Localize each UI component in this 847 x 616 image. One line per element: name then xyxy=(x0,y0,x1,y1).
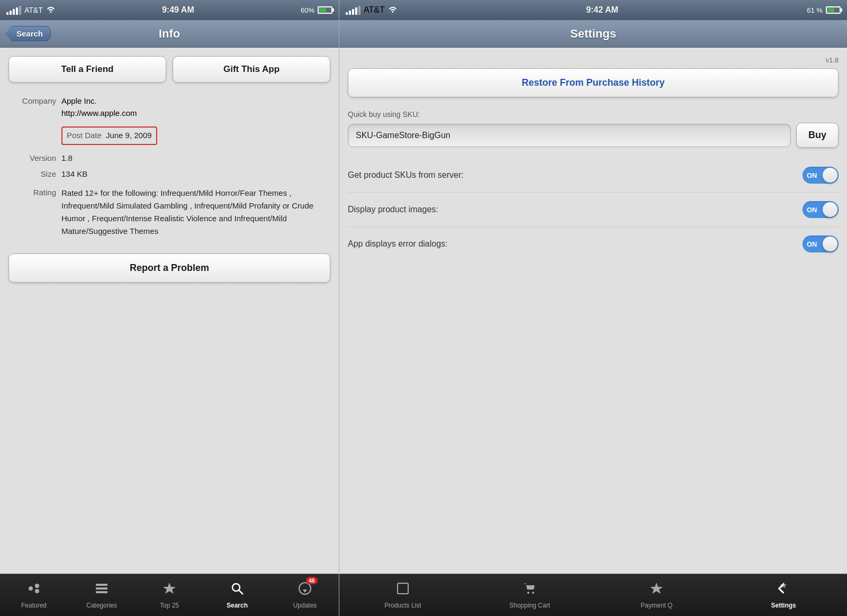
sku-input-row: Buy xyxy=(348,123,839,148)
updates-icon xyxy=(298,583,312,599)
left-battery-area: 60% xyxy=(301,6,332,14)
right-signal-bar-3 xyxy=(352,9,354,15)
toggle-images-knob xyxy=(823,202,837,217)
post-date-row: Post Date June 9, 2009 xyxy=(8,124,330,147)
right-signal-bar-5 xyxy=(358,6,361,15)
tab-shopping-cart[interactable]: Shopping Cart xyxy=(466,578,593,612)
toggle-errors-state: ON xyxy=(807,240,817,248)
left-main-content: Tell a Friend Gift This App Company Appl… xyxy=(0,48,339,574)
featured-icon xyxy=(26,581,41,600)
right-time: 9:42 AM xyxy=(586,5,618,15)
rating-label: Rating xyxy=(8,187,61,238)
tab-settings[interactable]: Settings xyxy=(720,578,847,612)
top25-icon xyxy=(162,581,177,600)
left-wifi-icon xyxy=(46,5,56,15)
svg-rect-5 xyxy=(96,591,107,593)
right-nav-title: Settings xyxy=(570,27,616,41)
size-row: Size 134 KB xyxy=(8,166,330,183)
svg-rect-4 xyxy=(96,587,107,590)
right-signal-bar-4 xyxy=(355,7,357,15)
version-value: 1.8 xyxy=(61,152,73,165)
toggle-row-images: Display product images: ON xyxy=(348,193,839,227)
payment-q-icon xyxy=(649,581,664,600)
rating-text: Rated 12+ for the following: Infrequent/… xyxy=(61,187,330,238)
restore-purchase-button[interactable]: Restore From Purchase History xyxy=(348,68,839,97)
products-list-icon xyxy=(395,581,410,600)
tab-products-list-label: Products List xyxy=(384,602,421,609)
post-date-highlighted-box: Post Date June 9, 2009 xyxy=(61,126,157,145)
toggle-errors-knob xyxy=(823,237,837,251)
tab-payment-q[interactable]: Payment Q xyxy=(593,578,720,612)
svg-point-13 xyxy=(532,592,534,594)
svg-marker-10 xyxy=(303,585,307,593)
search-back-button[interactable]: Search xyxy=(5,26,51,41)
right-screen: AT&T 9:42 AM 61 % Settings v1.8 Restore … xyxy=(339,0,847,616)
toggle-errors-switch[interactable]: ON xyxy=(803,235,839,252)
sku-label: Quick buy using SKU: xyxy=(348,110,839,119)
tab-featured[interactable]: Featured xyxy=(0,578,68,612)
toggle-images-switch[interactable]: ON xyxy=(803,201,839,218)
left-battery-pct: 60% xyxy=(301,6,314,14)
version-label: Version xyxy=(8,152,61,165)
tab-categories-label: Categories xyxy=(86,602,117,609)
svg-point-2 xyxy=(35,589,39,593)
right-battery-icon xyxy=(826,6,841,14)
right-battery-fill xyxy=(827,8,834,12)
company-row: Company Apple Inc. http://www.apple.com xyxy=(8,93,330,121)
svg-line-8 xyxy=(239,590,243,594)
right-battery-pct: 61 % xyxy=(807,6,823,14)
tab-search-label: Search xyxy=(227,602,248,609)
right-carrier-info: AT&T xyxy=(346,5,398,15)
svg-rect-11 xyxy=(398,583,408,594)
right-main-content: v1.8 Restore From Purchase History Quick… xyxy=(339,48,847,574)
svg-marker-6 xyxy=(163,583,176,594)
right-battery-area: 61 % xyxy=(807,6,841,14)
gift-app-button[interactable]: Gift This App xyxy=(173,56,330,83)
right-nav-bar: Settings xyxy=(339,20,847,48)
toggle-sku-switch[interactable]: ON xyxy=(803,167,839,184)
info-table: Company Apple Inc. http://www.apple.com … xyxy=(8,93,330,238)
left-carrier-name: AT&T xyxy=(24,6,43,14)
tab-updates[interactable]: 46 Updates xyxy=(271,578,339,612)
post-date-value: June 9, 2009 xyxy=(106,130,152,142)
right-status-bar: AT&T 9:42 AM 61 % xyxy=(339,0,847,20)
size-label: Size xyxy=(8,168,61,180)
toggle-errors-label: App displays error dialogs: xyxy=(348,239,448,249)
post-date-label: Post Date xyxy=(67,130,102,142)
signal-bar-1 xyxy=(6,12,8,15)
signal-bar-2 xyxy=(10,11,12,15)
search-icon xyxy=(230,581,245,600)
buy-button[interactable]: Buy xyxy=(796,123,839,148)
post-date-spacer xyxy=(8,126,61,145)
company-label: Company xyxy=(8,95,61,119)
rating-row: Rating Rated 12+ for the following: Infr… xyxy=(8,187,330,238)
svg-point-12 xyxy=(527,592,529,594)
toggle-sku-knob xyxy=(823,168,837,183)
left-tab-bar: Featured Categories Top 25 xyxy=(0,574,339,616)
sku-input[interactable] xyxy=(348,124,791,147)
right-signal-bars xyxy=(346,6,361,15)
tab-products-list[interactable]: Products List xyxy=(339,578,466,612)
tab-top25[interactable]: Top 25 xyxy=(136,578,203,612)
tab-search[interactable]: Search xyxy=(203,578,271,612)
tab-settings-label: Settings xyxy=(771,602,796,609)
toggle-sku-label: Get product SKUs from server: xyxy=(348,170,464,180)
tab-shopping-cart-label: Shopping Cart xyxy=(509,602,550,609)
right-carrier-name: AT&T xyxy=(364,5,385,15)
tab-featured-label: Featured xyxy=(21,602,47,609)
left-battery-fill xyxy=(319,8,326,12)
tab-top25-label: Top 25 xyxy=(160,602,179,609)
company-name: Apple Inc. xyxy=(61,95,137,107)
tell-friend-button[interactable]: Tell a Friend xyxy=(8,56,166,83)
svg-point-0 xyxy=(29,586,33,591)
signal-bar-4 xyxy=(16,7,18,15)
version-row: Version 1.8 xyxy=(8,150,330,167)
action-buttons-row: Tell a Friend Gift This App xyxy=(8,56,330,83)
report-problem-button[interactable]: Report a Problem xyxy=(8,253,330,283)
toggle-sku-state: ON xyxy=(807,171,817,179)
shopping-cart-icon xyxy=(522,581,537,600)
size-value: 134 KB xyxy=(61,168,87,180)
left-nav-bar: Search Info xyxy=(0,20,339,48)
tab-categories[interactable]: Categories xyxy=(68,578,136,612)
left-time: 9:49 AM xyxy=(162,5,194,15)
